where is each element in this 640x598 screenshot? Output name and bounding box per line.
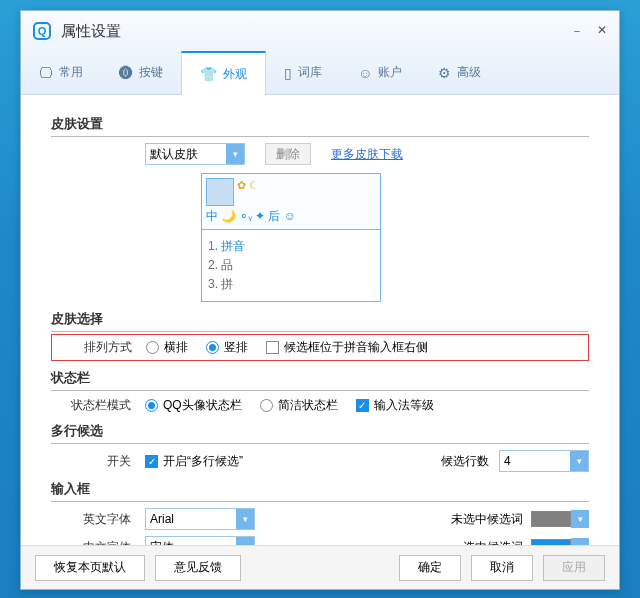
- ok-button[interactable]: 确定: [399, 555, 461, 581]
- candidate-item: 1. 拼音: [208, 238, 374, 255]
- feedback-button[interactable]: 意见反馈: [155, 555, 241, 581]
- candidate-lines-label: 候选行数: [441, 453, 489, 470]
- lines-value: 4: [504, 454, 511, 468]
- avatar-icon: [206, 178, 234, 206]
- candidate-item: 2. 品: [208, 257, 374, 274]
- content-area: 皮肤设置 默认皮肤▾ 删除 更多皮肤下载 ✿ ☾ 中 🌙 ∘ᵧ ✦ 后 ☺ 1.…: [21, 95, 619, 545]
- monitor-icon: 🖵: [39, 65, 53, 81]
- status-qq-radio[interactable]: QQ头像状态栏: [145, 397, 242, 414]
- tab-general[interactable]: 🖵常用: [21, 51, 101, 94]
- delete-skin-button[interactable]: 删除: [265, 143, 311, 165]
- section-statusbar: 状态栏: [51, 369, 589, 391]
- chevron-down-icon: ▾: [570, 451, 588, 471]
- preview-candidates: 1. 拼音 2. 品 3. 拼: [201, 230, 381, 302]
- close-button[interactable]: ✕: [597, 23, 607, 40]
- cancel-button[interactable]: 取消: [471, 555, 533, 581]
- chevron-down-icon: ▾: [236, 509, 254, 529]
- tab-label: 按键: [139, 64, 163, 81]
- status-mode-label: 状态栏模式: [51, 397, 131, 414]
- section-skin-select: 皮肤选择: [51, 310, 589, 332]
- more-skins-link[interactable]: 更多皮肤下载: [331, 146, 403, 163]
- preview-toolbar: 中 🌙 ∘ᵧ ✦ 后 ☺: [206, 208, 376, 225]
- app-logo-icon: Q: [33, 22, 51, 40]
- apply-button[interactable]: 应用: [543, 555, 605, 581]
- chevron-down-icon: ▾: [226, 144, 244, 164]
- tab-appearance[interactable]: 👕外观: [181, 51, 266, 95]
- arrange-label: 排列方式: [52, 339, 132, 356]
- skin-select-value: 默认皮肤: [150, 146, 198, 163]
- tab-dictionary[interactable]: ▯词库: [266, 51, 340, 94]
- arrange-row-highlight: 排列方式 横排 竖排 候选框位于拼音输入框右侧: [51, 334, 589, 361]
- preview-badges: ✿ ☾: [237, 179, 259, 192]
- en-font-select[interactable]: Arial▾: [145, 508, 255, 530]
- chevron-down-icon[interactable]: ▾: [571, 510, 589, 528]
- book-icon: ▯: [284, 65, 292, 81]
- restore-defaults-button[interactable]: 恢复本页默认: [35, 555, 145, 581]
- tab-account[interactable]: ☺账户: [340, 51, 420, 94]
- multiline-checkbox[interactable]: 开启“多行候选”: [145, 453, 243, 470]
- candidate-item: 3. 拼: [208, 276, 374, 293]
- chevron-down-icon: ▾: [236, 537, 254, 545]
- tab-label: 高级: [457, 64, 481, 81]
- tab-keys[interactable]: 🄌按键: [101, 51, 181, 94]
- window-title: 属性设置: [61, 22, 121, 41]
- q-icon: 🄌: [119, 65, 133, 81]
- shirt-icon: 👕: [200, 66, 217, 82]
- section-inputbox: 输入框: [51, 480, 589, 502]
- tab-advanced[interactable]: ⚙高级: [420, 51, 499, 94]
- skin-preview: ✿ ☾ 中 🌙 ∘ᵧ ✦ 后 ☺ 1. 拼音 2. 品 3. 拼: [201, 173, 381, 302]
- en-font-label: 英文字体: [51, 511, 131, 528]
- arrange-horizontal-radio[interactable]: 横排: [146, 339, 188, 356]
- candidate-right-checkbox[interactable]: 候选框位于拼音输入框右侧: [266, 339, 428, 356]
- arrange-vertical-radio[interactable]: 竖排: [206, 339, 248, 356]
- chevron-down-icon[interactable]: ▾: [571, 538, 589, 545]
- section-skin-settings: 皮肤设置: [51, 115, 589, 137]
- minimize-button[interactable]: －: [571, 23, 583, 40]
- tab-label: 常用: [59, 64, 83, 81]
- footer: 恢复本页默认 意见反馈 确定 取消 应用: [21, 545, 619, 589]
- skin-select[interactable]: 默认皮肤▾: [145, 143, 245, 165]
- status-simple-radio[interactable]: 简洁状态栏: [260, 397, 338, 414]
- titlebar[interactable]: Q 属性设置 － ✕: [21, 11, 619, 51]
- section-multiline: 多行候选: [51, 422, 589, 444]
- unselected-color-swatch[interactable]: [531, 511, 571, 527]
- user-icon: ☺: [358, 65, 372, 81]
- tab-label: 外观: [223, 66, 247, 83]
- tab-bar: 🖵常用 🄌按键 👕外观 ▯词库 ☺账户 ⚙高级: [21, 51, 619, 95]
- tab-label: 词库: [298, 64, 322, 81]
- cn-font-select[interactable]: 宋体▾: [145, 536, 255, 545]
- unselected-color-label: 未选中候选词: [451, 511, 523, 528]
- settings-window: Q 属性设置 － ✕ 🖵常用 🄌按键 👕外观 ▯词库 ☺账户 ⚙高级 皮肤设置 …: [20, 10, 620, 590]
- candidate-lines-select[interactable]: 4▾: [499, 450, 589, 472]
- tab-label: 账户: [378, 64, 402, 81]
- ime-level-checkbox[interactable]: 输入法等级: [356, 397, 434, 414]
- switch-label: 开关: [51, 453, 131, 470]
- gear-icon: ⚙: [438, 65, 451, 81]
